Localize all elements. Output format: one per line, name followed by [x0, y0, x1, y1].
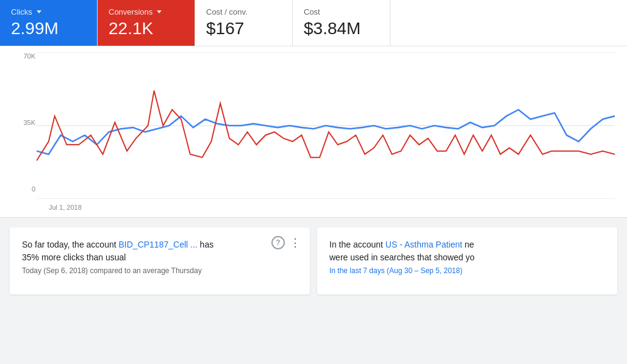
- card-2-text-line2: were used in searches that showed yo: [329, 252, 475, 262]
- y-label-70k: 70K: [23, 52, 35, 60]
- cost-value: $3.84M: [304, 19, 379, 38]
- card-2-link[interactable]: US - Asthma Patient: [385, 240, 462, 249]
- chart-y-labels: 70K 35K 0: [5, 52, 35, 193]
- card-2-text-before: In the account: [329, 240, 385, 249]
- metric-clicks-label: Clicks: [11, 7, 86, 16]
- card-1-more-icon[interactable]: ⋮: [290, 236, 301, 249]
- card-1-link[interactable]: BID_CP1187_Cell ...: [119, 240, 198, 249]
- card-1-text: So far today, the account BID_CP1187_Cel…: [22, 238, 298, 264]
- conversions-dropdown-icon: [157, 10, 162, 13]
- cost-per-conv-value: $167: [206, 19, 281, 38]
- card-2-text-after: ne: [465, 240, 475, 249]
- main-container: Clicks 2.99M Conversions 22.1K Cost / co…: [0, 0, 627, 218]
- chart-x-label: Jul 1, 2018: [49, 204, 82, 211]
- metric-conversions[interactable]: Conversions 22.1K: [98, 0, 195, 46]
- card-1-text-before: So far today, the account: [22, 240, 119, 249]
- card-1-actions: ? ⋮: [271, 236, 301, 249]
- clicks-dropdown-icon: [37, 10, 41, 13]
- cards-row: So far today, the account BID_CP1187_Cel…: [0, 218, 627, 304]
- y-label-35k: 35K: [23, 119, 35, 126]
- metric-cost-per-conv[interactable]: Cost / conv. $167: [195, 0, 293, 46]
- cost-per-conv-label-text: Cost / conv.: [206, 7, 248, 16]
- metric-cost-per-conv-label: Cost / conv.: [206, 7, 281, 16]
- card-2: In the account US - Asthma Patient ne we…: [317, 227, 617, 294]
- cost-label-text: Cost: [304, 7, 320, 16]
- metric-clicks[interactable]: Clicks 2.99M: [0, 0, 98, 46]
- metric-conversions-label: Conversions: [109, 7, 184, 16]
- card-1: So far today, the account BID_CP1187_Cel…: [10, 227, 310, 294]
- card-1-help-icon[interactable]: ?: [271, 236, 285, 249]
- conversions-value: 22.1K: [109, 19, 184, 38]
- y-label-0: 0: [32, 185, 35, 193]
- card-1-subtext: Today (Sep 6, 2018) compared to an avera…: [22, 266, 298, 275]
- metric-cost[interactable]: Cost $3.84M: [293, 0, 390, 46]
- chart-svg: [37, 52, 615, 199]
- card-2-text: In the account US - Asthma Patient ne we…: [329, 238, 605, 264]
- clicks-label-text: Clicks: [11, 7, 32, 16]
- card-1-text-has: has: [200, 240, 214, 249]
- card-2-subtext: In the last 7 days (Aug 30 – Sep 5, 2018…: [329, 266, 605, 275]
- card-1-highlight: 35% more clicks than usual: [22, 252, 126, 262]
- metric-cost-label: Cost: [304, 7, 379, 16]
- chart-container: 70K 35K 0 Jul 1, 2018: [0, 46, 627, 217]
- clicks-value: 2.99M: [11, 19, 86, 38]
- metrics-row: Clicks 2.99M Conversions 22.1K Cost / co…: [0, 0, 627, 46]
- conversions-label-text: Conversions: [109, 7, 152, 16]
